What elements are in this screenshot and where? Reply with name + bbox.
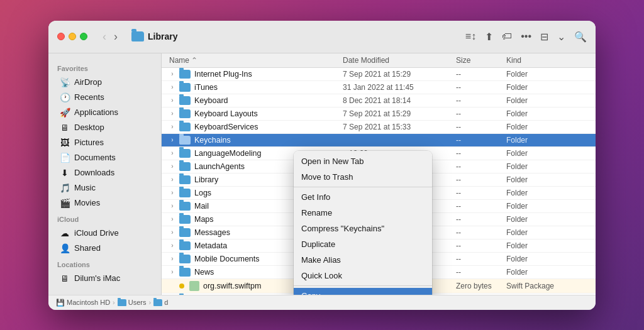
recents-icon: 🕐	[60, 92, 70, 102]
sidebar-label-icloud: iCloud Drive	[74, 228, 119, 238]
sidebar-item-imac[interactable]: 🖥 Dilum's iMac	[51, 271, 158, 286]
sidebar-label-imac: Dilum's iMac	[74, 273, 120, 283]
sidebar-item-icloud-drive[interactable]: ☁ iCloud Drive	[51, 226, 158, 241]
sidebar-label-airdrop: AirDrop	[74, 77, 102, 87]
sidebar: Favorites 📡 AirDrop 🕐 Recents 🚀 Applicat…	[48, 53, 162, 295]
traffic-lights	[57, 33, 87, 40]
sidebar-label-recents: Recents	[74, 92, 104, 102]
main-content: Favorites 📡 AirDrop 🕐 Recents 🚀 Applicat…	[48, 53, 596, 295]
sidebar-label-documents: Documents	[74, 153, 116, 162]
back-button[interactable]: ‹	[100, 30, 109, 43]
table-row[interactable]: ›Keyboard Layouts 7 Sep 2021 at 15:29 --…	[162, 107, 596, 121]
search-icon[interactable]: 🔍	[574, 31, 587, 43]
sidebar-item-pictures[interactable]: 🖼 Pictures	[51, 135, 158, 150]
documents-icon: 📄	[60, 153, 70, 163]
table-row[interactable]: ›KeyboardServices 7 Sep 2021 at 15:33 --…	[162, 121, 596, 134]
ctx-copy[interactable]: Copy	[294, 288, 432, 295]
col-kind: Kind	[506, 56, 588, 65]
view-options-icon[interactable]: ≡↕	[465, 31, 476, 42]
table-row[interactable]: ›iTunes 31 Jan 2022 at 11:45 -- Folder	[162, 81, 596, 94]
finder-window: ‹ › Library ≡↕ ⬆ 🏷 ••• ⊟ ⌄ 🔍 Favorites 📡…	[48, 21, 596, 310]
chevron-icon[interactable]: ⌄	[557, 31, 565, 43]
col-size: Size	[456, 56, 506, 65]
locations-header: Locations	[48, 256, 161, 271]
applications-icon: 🚀	[60, 107, 70, 118]
breadcrumb: 💾 Macintosh HD › Users › d	[48, 295, 596, 310]
sidebar-item-movies[interactable]: 🎬 Movies	[51, 195, 158, 211]
music-icon: 🎵	[60, 183, 70, 193]
file-list: Name ⌃ Date Modified Size Kind ›Internet…	[162, 53, 596, 295]
sidebar-label-pictures: Pictures	[74, 138, 104, 147]
window-title: Library	[148, 31, 177, 41]
sidebar-label-movies: Movies	[74, 198, 100, 207]
zoom-button[interactable]	[80, 33, 87, 40]
title-area: Library	[131, 31, 177, 41]
icloud-icon: ☁	[60, 228, 70, 238]
table-row[interactable]: ›Keyboard 8 Dec 2021 at 18:14 -- Folder	[162, 94, 596, 107]
sidebar-label-applications: Applications	[74, 107, 118, 117]
favorites-header: Favorites	[48, 60, 161, 75]
ctx-make-alias[interactable]: Make Alias	[294, 252, 432, 268]
ctx-move-to-trash[interactable]: Move to Trash	[294, 169, 432, 185]
sidebar-label-music: Music	[74, 183, 96, 192]
minimize-button[interactable]	[69, 33, 76, 40]
sidebar-item-music[interactable]: 🎵 Music	[51, 180, 158, 195]
close-button[interactable]	[57, 33, 65, 40]
table-row[interactable]: ›Internet Plug-Ins 7 Sep 2021 at 15:29 -…	[162, 68, 596, 81]
forward-button[interactable]: ›	[111, 30, 120, 43]
shared-icon: 👤	[60, 243, 70, 253]
ctx-get-info[interactable]: Get Info	[294, 189, 432, 205]
ctx-rename[interactable]: Rename	[294, 205, 432, 221]
imac-icon: 🖥	[60, 273, 70, 283]
breadcrumb-macintosh[interactable]: 💾 Macintosh HD	[56, 299, 110, 307]
pictures-icon: 🖼	[60, 138, 70, 148]
ctx-quick-look[interactable]: Quick Look	[294, 268, 432, 283]
ctx-duplicate[interactable]: Duplicate	[294, 236, 432, 252]
col-name[interactable]: Name ⌃	[169, 56, 343, 65]
ctx-sep-2	[294, 285, 432, 286]
sidebar-label-downloads: Downloads	[74, 168, 114, 177]
nav-buttons: ‹ ›	[100, 30, 120, 43]
icloud-header: iCloud	[48, 211, 161, 226]
sidebar-item-downloads[interactable]: ⬇ Downloads	[51, 165, 158, 180]
ctx-sep-1	[294, 187, 432, 187]
downloads-icon: ⬇	[60, 168, 70, 178]
share-icon[interactable]: ⬆	[485, 31, 493, 43]
table-row-selected[interactable]: ›Keychains -- Folder	[162, 134, 596, 147]
sidebar-item-shared[interactable]: 👤 Shared	[51, 241, 158, 256]
file-header: Name ⌃ Date Modified Size Kind	[162, 53, 596, 68]
toolbar-right: ≡↕ ⬆ 🏷 ••• ⊟ ⌄ 🔍	[465, 31, 587, 43]
col-date: Date Modified	[343, 56, 456, 65]
airdrop-icon: 📡	[60, 77, 70, 87]
sidebar-item-documents[interactable]: 📄 Documents	[51, 150, 158, 165]
ctx-compress[interactable]: Compress "Keychains"	[294, 221, 432, 236]
sidebar-item-recents[interactable]: 🕐 Recents	[51, 90, 158, 105]
sidebar-item-desktop[interactable]: 🖥 Desktop	[51, 120, 158, 135]
sidebar-label-desktop: Desktop	[74, 123, 104, 132]
sidebar-label-shared: Shared	[74, 243, 101, 253]
sidebar-item-applications[interactable]: 🚀 Applications	[51, 105, 158, 120]
titlebar: ‹ › Library ≡↕ ⬆ 🏷 ••• ⊟ ⌄ 🔍	[48, 21, 596, 53]
context-menu: Open in New Tab Move to Trash Get Info R…	[294, 151, 432, 295]
breadcrumb-users[interactable]: Users	[118, 299, 147, 306]
more-icon[interactable]: •••	[521, 31, 531, 42]
tag-icon[interactable]: 🏷	[502, 31, 512, 42]
sidebar-item-airdrop[interactable]: 📡 AirDrop	[51, 75, 158, 90]
desktop-icon: 🖥	[60, 123, 70, 133]
movies-icon: 🎬	[60, 198, 70, 208]
ctx-open-new-tab[interactable]: Open in New Tab	[294, 153, 432, 169]
group-icon[interactable]: ⊟	[540, 31, 548, 43]
breadcrumb-user[interactable]: d	[153, 299, 168, 306]
folder-icon	[131, 31, 144, 41]
